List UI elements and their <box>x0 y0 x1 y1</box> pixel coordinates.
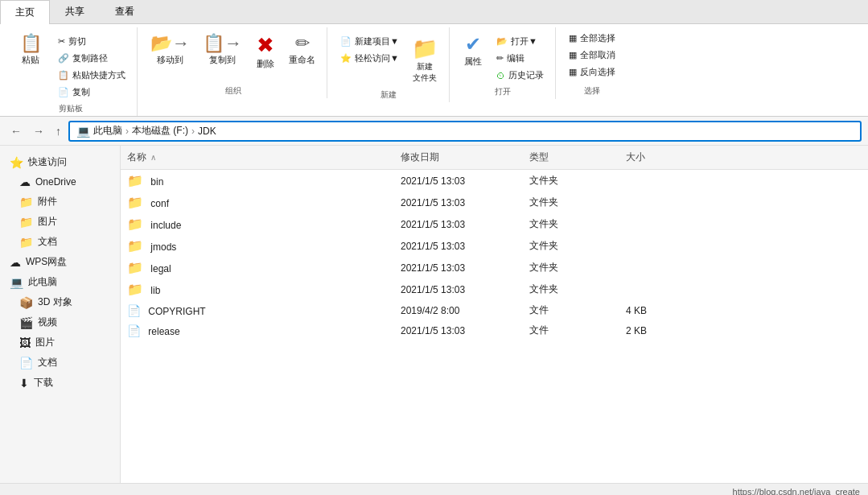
file-name-col: 📁 jmods <box>121 237 394 255</box>
cut-button[interactable]: ✂ 剪切 <box>53 34 130 49</box>
col-header-name[interactable]: 名称 ∧ <box>121 149 394 166</box>
file-size-col <box>619 201 684 204</box>
open-button[interactable]: 📂 打开▼ <box>492 34 549 49</box>
copy-button[interactable]: 📄 复制 <box>53 85 130 100</box>
sidebar-label-downloads: 下载 <box>34 376 53 390</box>
file-name: legal <box>150 263 171 274</box>
breadcrumb-computer-icon: 💻 <box>76 125 90 138</box>
table-row[interactable]: 📁 include 2021/1/5 13:03 文件夹 <box>121 213 868 235</box>
sidebar-item-videos[interactable]: 🎬 视频 <box>0 312 120 332</box>
copy-path-button[interactable]: 🔗 复制路径 <box>53 51 130 66</box>
breadcrumb-drive[interactable]: 本地磁盘 (F:) <box>132 124 188 138</box>
sidebar-item-attachments[interactable]: 📁 附件 <box>0 192 120 212</box>
organize-row: 📂→ 移动到 📋→ 复制到 ✖ 删除 ✏ 重命名 <box>146 31 320 72</box>
file-date-col: 2021/1/5 13:03 <box>394 261 523 275</box>
new-item-label: 新建项目▼ <box>355 35 399 47</box>
copy-to-button[interactable]: 📋→ 复制到 <box>198 31 247 68</box>
sidebar-item-pictures2[interactable]: 🖼 图片 <box>0 332 120 353</box>
move-to-button[interactable]: 📂→ 移动到 <box>146 31 195 68</box>
new-folder-button[interactable]: 📁 新建文件夹 <box>407 34 442 86</box>
copy-to-icon: 📋→ <box>203 33 242 54</box>
properties-button[interactable]: ✔ 属性 <box>458 31 488 70</box>
documents1-icon: 📁 <box>19 236 33 249</box>
sidebar-label-videos: 视频 <box>38 316 57 329</box>
sidebar-item-3d-objects[interactable]: 📦 3D 对象 <box>0 292 120 312</box>
sidebar-item-documents2[interactable]: 📄 文档 <box>0 353 120 373</box>
tab-view[interactable]: 查看 <box>100 0 150 23</box>
sidebar-item-pictures1[interactable]: 📁 图片 <box>0 212 120 232</box>
breadcrumb-computer[interactable]: 此电脑 <box>93 124 122 138</box>
col-header-date[interactable]: 修改日期 <box>394 149 523 166</box>
back-button[interactable]: ← <box>6 122 26 140</box>
file-rows-container: 📁 bin 2021/1/5 13:03 文件夹 📁 conf 2021/1/5… <box>121 170 868 340</box>
file-list: 名称 ∧ 修改日期 类型 大小 📁 bin 2021/1/5 13:03 文件夹… <box>121 146 868 483</box>
new-item-button[interactable]: 📄 新建项目▼ <box>335 34 404 49</box>
file-name: conf <box>150 198 169 209</box>
3d-objects-icon: 📦 <box>19 296 33 309</box>
forward-button[interactable]: → <box>29 122 48 140</box>
pictures1-icon: 📁 <box>19 216 33 229</box>
table-row[interactable]: 📄 release 2021/1/5 13:03 文件 2 KB <box>121 320 868 340</box>
quick-access-icon: ⭐ <box>10 156 23 169</box>
edit-label: 编辑 <box>507 52 525 64</box>
col-header-size[interactable]: 大小 <box>619 149 684 166</box>
sidebar-label-pictures1: 图片 <box>38 215 57 229</box>
select-all-button[interactable]: ▦ 全部选择 <box>564 31 620 46</box>
table-row[interactable]: 📁 conf 2021/1/5 13:03 文件夹 <box>121 192 868 213</box>
new-item-icon: 📄 <box>340 36 352 47</box>
easy-access-button[interactable]: ⭐ 轻松访问▼ <box>335 51 404 66</box>
history-label: 历史记录 <box>508 69 544 81</box>
onedrive-icon: ☁ <box>19 175 31 188</box>
sidebar-item-this-pc[interactable]: 💻 此电脑 <box>0 272 120 292</box>
file-name-col: 📄 release <box>121 323 394 339</box>
breadcrumb-current: JDK <box>198 126 216 137</box>
tab-share[interactable]: 共享 <box>50 0 100 23</box>
history-button[interactable]: ⏲ 历史记录 <box>492 68 549 83</box>
new-col: 📄 新建项目▼ ⭐ 轻松访问▼ <box>335 34 404 66</box>
sidebar-item-onedrive[interactable]: ☁ OneDrive <box>0 172 120 192</box>
invert-select-button[interactable]: ▦ 反向选择 <box>564 64 620 80</box>
easy-access-label: 轻松访问▼ <box>355 52 399 64</box>
file-name-col: 📁 conf <box>121 193 394 212</box>
paste-button[interactable]: 📋 粘贴 <box>11 31 50 68</box>
table-row[interactable]: 📁 bin 2021/1/5 13:03 文件夹 <box>121 170 868 192</box>
sidebar-item-quick-access[interactable]: ⭐ 快速访问 <box>0 152 120 172</box>
history-icon: ⏲ <box>496 71 505 80</box>
up-button[interactable]: ↑ <box>51 122 65 140</box>
edit-button[interactable]: ✏ 编辑 <box>492 51 549 66</box>
file-type-col: 文件夹 <box>523 194 619 211</box>
file-name: release <box>148 326 179 337</box>
open-small-col: 📂 打开▼ ✏ 编辑 ⏲ 历史记录 <box>492 34 549 83</box>
easy-access-icon: ⭐ <box>340 53 352 64</box>
table-row[interactable]: 📁 jmods 2021/1/5 13:03 文件夹 <box>121 235 868 257</box>
file-size-col <box>619 179 684 183</box>
table-row[interactable]: 📁 legal 2021/1/5 13:03 文件夹 <box>121 257 868 278</box>
sidebar-item-downloads[interactable]: ⬇ 下载 <box>0 373 120 393</box>
table-row[interactable]: 📄 COPYRIGHT 2019/4/2 8:00 文件 4 KB <box>121 300 868 320</box>
ribbon: 📋 粘贴 ✂ 剪切 🔗 复制路径 📋 粘贴快捷方式 📄 <box>0 24 868 117</box>
cut-label: 剪切 <box>68 35 86 47</box>
paste-label: 粘贴 <box>22 54 39 66</box>
col-header-type[interactable]: 类型 <box>523 149 619 166</box>
address-bar: ← → ↑ 💻 此电脑 › 本地磁盘 (F:) › JDK <box>0 117 868 146</box>
edit-icon: ✏ <box>496 53 504 64</box>
sidebar-item-wps[interactable]: ☁ WPS网盘 <box>0 252 120 272</box>
breadcrumb-sep-1: › <box>125 126 129 137</box>
file-date-col: 2021/1/5 13:03 <box>394 196 523 210</box>
folder-icon: 📁 <box>127 174 143 188</box>
file-date-col: 2021/1/5 13:03 <box>394 239 523 254</box>
deselect-button[interactable]: ▦ 全部取消 <box>564 47 620 63</box>
tab-home[interactable]: 主页 <box>0 0 50 24</box>
select-col: ▦ 全部选择 ▦ 全部取消 ▦ 反向选择 <box>564 31 620 80</box>
paste-shortcut-button[interactable]: 📋 粘贴快捷方式 <box>53 68 130 83</box>
table-row[interactable]: 📁 lib 2021/1/5 13:03 文件夹 <box>121 278 868 300</box>
ribbon-group-select: ▦ 全部选择 ▦ 全部取消 ▦ 反向选择 选择 <box>557 27 627 98</box>
rename-icon: ✏ <box>295 33 310 54</box>
folder-icon: 📁 <box>127 217 143 231</box>
videos-icon: 🎬 <box>19 316 33 329</box>
rename-button[interactable]: ✏ 重命名 <box>284 31 320 68</box>
copy-icon: 📄 <box>58 87 69 97</box>
sidebar-label-onedrive: OneDrive <box>35 176 76 188</box>
sidebar-item-documents1[interactable]: 📁 文档 <box>0 232 120 252</box>
delete-button[interactable]: ✖ 删除 <box>250 31 281 72</box>
